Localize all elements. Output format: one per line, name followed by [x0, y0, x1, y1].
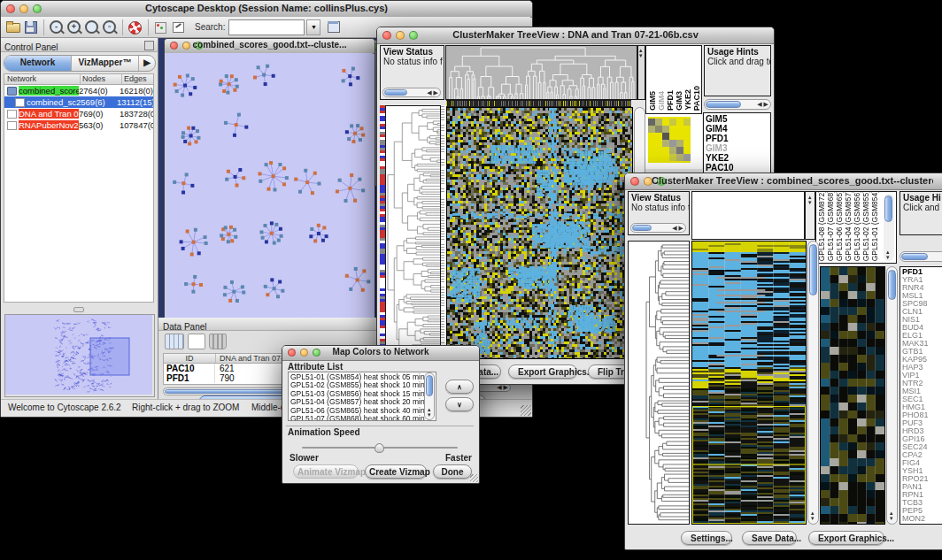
attribute-item[interactable]: GPL51-07 (GSM868) heat shock 60 min	[290, 415, 434, 421]
tv2-zoom-vscrollbar[interactable]: ▴▾	[886, 266, 898, 525]
search-dropdown-arrow[interactable]: ▼	[306, 19, 320, 35]
resize-grip[interactable]	[521, 405, 531, 416]
treeview1-title-bar[interactable]: ClusterMaker TreeView : DNA and Tran 07-…	[377, 27, 774, 44]
tv1-column-label: YKE2	[683, 89, 692, 111]
zoom-out-icon[interactable]: -	[48, 19, 66, 35]
tv2-column-label: GPL51-06 (GSM865)	[835, 191, 844, 261]
network-row[interactable]: combined_scores2764(0)16218(0)	[4, 85, 153, 96]
close-button[interactable]	[288, 349, 296, 357]
tab-vizmapper-[interactable]: VizMapper™	[72, 56, 139, 71]
main-window-title: Cytoscape Desktop (Session Name: collins…	[22, 3, 511, 13]
tv2-export-graphics-button[interactable]: Export Graphics...	[808, 531, 884, 545]
tv1-view-status-text: No status info f	[381, 57, 444, 66]
treeview2-title-bar[interactable]: ClusterMaker TreeView : combined_scores_…	[625, 173, 942, 190]
nodes-col-header[interactable]: Nodes	[81, 74, 122, 84]
network-canvas[interactable]	[165, 53, 373, 317]
annotation-icon[interactable]	[170, 19, 188, 35]
zoom-fit-icon[interactable]	[83, 19, 101, 35]
vizmapper-icon[interactable]	[152, 19, 170, 35]
move-down-button[interactable]: ∨	[445, 397, 474, 411]
zoom-in-icon[interactable]: +	[66, 19, 83, 35]
tv2-scroll-strip[interactable]: ▴▾	[805, 191, 815, 240]
tv1-gene-item[interactable]: GIM5	[706, 114, 768, 124]
tv2-vscrollbar[interactable]: ▴▾	[807, 241, 819, 525]
zoom-selected-icon[interactable]: ▫	[101, 19, 119, 35]
new-attribute-icon[interactable]	[188, 334, 205, 349]
file-icon	[7, 110, 17, 119]
help-lifesaver-icon[interactable]	[127, 19, 144, 35]
tv2-column-tree-area[interactable]	[691, 191, 805, 240]
network-nodes: 2569(6)	[76, 97, 117, 107]
network-row[interactable]: DNA and Tran 07769(0)183728(0)	[4, 108, 153, 119]
splitter-handle[interactable]	[73, 307, 84, 312]
close-button[interactable]	[382, 31, 391, 40]
tv1-similarity-matrix[interactable]	[645, 114, 702, 169]
tv2-gene-item[interactable]: MON2	[902, 515, 942, 523]
id-col-header[interactable]: ID	[164, 354, 216, 363]
edges-col-header[interactable]: Edges	[122, 74, 153, 84]
save-icon[interactable]	[22, 19, 40, 35]
slower-label: Slower	[290, 453, 319, 463]
tv1-gene-dendrogram[interactable]	[385, 105, 441, 359]
animate-vizmap-button[interactable]: Animate Vizmap	[293, 464, 359, 479]
create-vizmap-button[interactable]: Create Vizmap	[365, 464, 427, 479]
network-table: combined_scores2764(0)16218(0)combined_s…	[4, 85, 154, 303]
tv2-zoom-heatmap[interactable]	[820, 266, 885, 525]
search-label: Search:	[195, 22, 225, 32]
tv2-heatmap[interactable]	[691, 241, 807, 525]
tv1-export-graphics-button[interactable]: Export Graphics...	[508, 364, 577, 379]
search-input[interactable]	[228, 19, 305, 35]
tv1-column-label: GIM4	[657, 91, 666, 111]
network-nodes: 769(0)	[79, 109, 120, 119]
float-panel-icon[interactable]	[144, 41, 154, 50]
tv1-scroll-strip[interactable]: ▴▾	[637, 45, 645, 100]
slider-thumb[interactable]	[374, 443, 384, 453]
network-view-window[interactable]: combined_scores_good.txt--cluste...	[164, 38, 375, 318]
tab--[interactable]: ▶	[139, 56, 155, 71]
close-button[interactable]	[170, 42, 178, 50]
close-button[interactable]	[6, 4, 15, 13]
tab-network[interactable]: Network	[4, 56, 72, 71]
data-row-id: PAC10	[164, 364, 215, 373]
tv2-gene-dendrogram[interactable]	[628, 241, 690, 525]
tv1-column-label: PFD1	[666, 90, 675, 111]
move-up-button[interactable]: ∧	[445, 380, 474, 394]
main-title-bar[interactable]: Cytoscape Desktop (Session Name: collins…	[1, 1, 532, 18]
tv2-hints-scrollbar[interactable]	[900, 251, 942, 262]
tv2-settings-button[interactable]: Settings...	[681, 531, 732, 545]
resize-grip[interactable]	[470, 474, 478, 482]
dialog-title-bar[interactable]: Map Colors to Network	[282, 346, 479, 361]
grid-window-icon[interactable]	[326, 19, 344, 35]
tv1-gene-item[interactable]: PAC10	[706, 163, 768, 173]
delete-attribute-icon[interactable]	[209, 334, 227, 349]
animation-speed-slider[interactable]	[302, 443, 458, 452]
attribute-list-label: Attribute List	[288, 362, 343, 372]
tv1-gene-item[interactable]: PFD1	[706, 134, 768, 143]
animation-speed-label: Animation Speed	[288, 427, 360, 437]
done-button[interactable]: Done	[433, 464, 472, 479]
tv1-gene-item[interactable]: YKE2	[706, 153, 768, 163]
open-file-icon[interactable]	[4, 19, 22, 35]
tv1-gene-item[interactable]: GIM4	[706, 124, 768, 134]
tv1-heatmap[interactable]	[446, 107, 633, 359]
tv2-status-scrollbar[interactable]: ◀ ▶	[630, 223, 686, 233]
table-mode-icon[interactable]	[165, 334, 184, 349]
close-button[interactable]	[630, 177, 639, 186]
network-overview-panel[interactable]	[4, 314, 155, 397]
network-row[interactable]: RNAPuberNov2+563(0)107847(0)	[4, 119, 153, 131]
network-row[interactable]: combined_sco2569(6)13112(15)	[4, 96, 153, 108]
tv2-column-label: GPL51-07 (GSM868)	[826, 191, 835, 261]
tv1-status-scrollbar[interactable]: ◀ ▶	[382, 88, 441, 97]
network-name: RNAPuberNov2+	[19, 120, 79, 130]
attribute-listbox[interactable]: GPL51-01 (GSM854) heat shock 05 minGPL51…	[288, 372, 436, 421]
attribute-list-scrollbar[interactable]: ▴▾	[424, 372, 435, 420]
tv2-labels-scrollbar[interactable]: ▴▾	[884, 194, 894, 261]
network-name: combined_sco	[27, 97, 76, 107]
tv1-column-dendrogram[interactable]	[445, 45, 637, 100]
network-col-header[interactable]: Network	[4, 74, 81, 84]
tv2-save-data-button[interactable]: Save Data...	[742, 531, 797, 545]
treeview2-window: ClusterMaker TreeView : combined_scores_…	[624, 173, 942, 550]
control-panel-title: Control Panel	[1, 42, 58, 52]
tv1-hints-scrollbar[interactable]: ◀ ▶	[704, 99, 771, 110]
tv1-gene-item[interactable]: GIM3	[706, 143, 768, 153]
